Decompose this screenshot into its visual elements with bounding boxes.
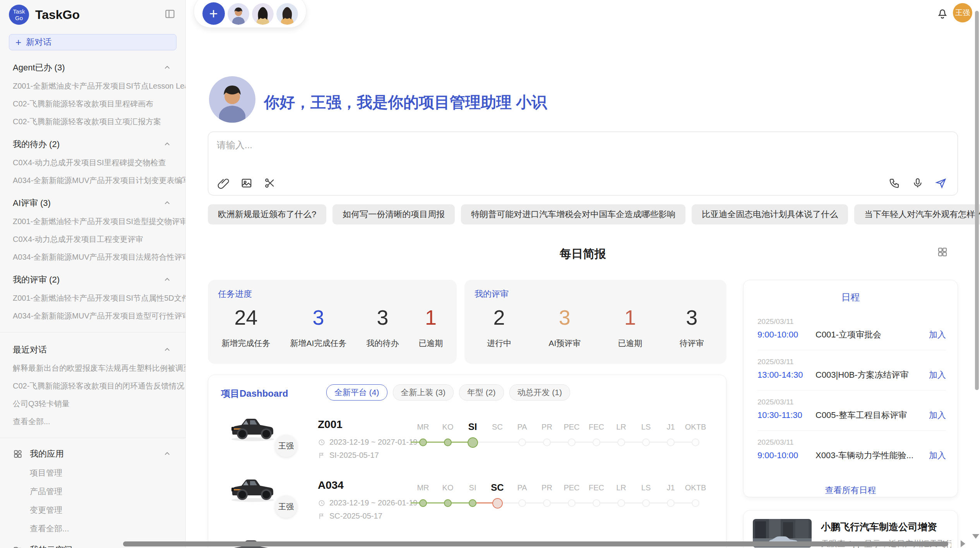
milestone-dot — [568, 499, 576, 507]
send-icon[interactable] — [935, 177, 947, 189]
suggestion-chip[interactable]: 欧洲新规最近颁布了什么? — [208, 204, 326, 224]
join-link[interactable]: 加入 — [929, 369, 946, 381]
chevron-up-icon — [163, 276, 171, 284]
filter-pill[interactable]: 全新上装 (3) — [393, 384, 454, 401]
project-name[interactable]: Z001 — [318, 418, 343, 431]
sidebar-item-product-mgmt[interactable]: 产品管理 — [0, 486, 185, 497]
list-item[interactable]: A034-全新新能源MUV产品开发项目计划变更表编写 — [0, 175, 185, 186]
chevron-up-icon — [163, 140, 171, 149]
sidebar-item-change-mgmt[interactable]: 变更管理 — [0, 505, 185, 515]
avatar[interactable] — [228, 3, 249, 25]
sidebar-item-my-apps[interactable]: 我的应用 — [13, 448, 171, 460]
schedule-date: 2025/03/11 — [757, 317, 946, 326]
schedule-time: 13:00-14:30 — [757, 370, 816, 380]
section-recent-chats[interactable]: 最近对话 — [13, 344, 171, 356]
milestone-labels: MR KO SI SC PA PR PEC FEC LR LS J1 OKTB — [411, 420, 709, 434]
scissors-icon[interactable] — [264, 177, 276, 189]
stat-value: 1 — [425, 307, 437, 328]
join-link[interactable]: 加入 — [929, 450, 946, 461]
mic-icon[interactable] — [912, 177, 923, 189]
milestone-label: LS — [634, 423, 658, 432]
app-logo: Task Go — [9, 5, 29, 25]
milestone-dot — [692, 499, 699, 507]
add-agent-button[interactable]: + — [202, 2, 225, 25]
suggestion-chip[interactable]: 比亚迪全固态电池计划具体说了什么 — [692, 204, 848, 224]
project-car-image — [228, 410, 278, 443]
stat: 1已逾期 — [418, 307, 443, 349]
milestone-dot — [419, 438, 427, 446]
new-chat-label: 新对话 — [26, 36, 51, 48]
milestone-dot — [617, 438, 625, 446]
list-item[interactable]: 解释最新出台的欧盟报废车法规再生塑料比例被调至15%... — [0, 363, 185, 373]
milestone-code: SC-2025-05-17 — [329, 512, 382, 521]
vertical-scrollbar[interactable] — [975, 11, 979, 390]
sidebar-item-project-mgmt[interactable]: 项目管理 — [0, 468, 185, 478]
stat-value: 1 — [624, 307, 636, 328]
section-agent-done[interactable]: Agent已办 (3) — [13, 62, 171, 74]
project-dates: 2023-12-19 ~ 2026-01-19 — [318, 498, 417, 507]
milestone-dot — [642, 438, 650, 446]
chevron-up-icon — [163, 199, 171, 207]
list-item[interactable]: C0X4-动力总成开发项目工程变更评审 — [0, 234, 185, 245]
list-item[interactable]: C0X4-动力总成开发项目SI里程碑提交物检查 — [0, 158, 185, 168]
milestone-dot — [667, 438, 675, 446]
briefing-title: 每日简报 — [208, 246, 958, 262]
app-title: TaskGo — [35, 8, 80, 22]
suggestion-chip[interactable]: 特朗普可能对进口汽车增税会对中国车企造成哪些影响 — [461, 204, 685, 224]
milestone-dot — [444, 499, 452, 507]
filter-pill[interactable]: 全新平台 (4) — [326, 384, 387, 401]
milestone-label: SI — [460, 483, 485, 492]
scroll-down-arrow[interactable] — [972, 534, 979, 539]
agent-switcher: + — [194, 0, 307, 28]
section-my-todo[interactable]: 我的待办 (2) — [13, 139, 171, 150]
list-item[interactable]: A034-全新新能源MUV产品开发项目法规符合性评审 — [0, 252, 185, 262]
logo-text-bottom: Go — [15, 15, 23, 21]
filter-pill[interactable]: 动总开发 (1) — [509, 384, 571, 401]
view-all-chats[interactable]: 查看全部... — [0, 416, 185, 427]
list-item[interactable]: C02-飞腾新能源轻客改款项目立项汇报方案 — [0, 116, 185, 127]
milestone-dot — [469, 499, 476, 507]
phone-icon[interactable] — [889, 177, 900, 189]
schedule-date: 2025/03/11 — [757, 358, 946, 366]
suggestion-chip[interactable]: 如何写一份清晰的项目周报 — [332, 204, 455, 224]
image-icon[interactable] — [241, 177, 252, 189]
filter-pill[interactable]: 年型 (2) — [459, 384, 504, 401]
view-all-apps[interactable]: 查看全部... — [0, 523, 185, 534]
stat: 24新增完成任务 — [222, 307, 271, 349]
scroll-right-arrow[interactable] — [961, 540, 965, 547]
chat-input[interactable] — [216, 138, 875, 170]
attachment-icon[interactable] — [218, 177, 229, 189]
collapse-sidebar-icon[interactable] — [164, 9, 175, 19]
list-item[interactable]: 公司Q3轻卡销量 — [0, 399, 185, 409]
list-item[interactable]: Z001-全新燃油轻卡产品开发项目SI造型提交物评审 — [0, 216, 185, 227]
horizontal-scrollbar[interactable] — [123, 541, 948, 546]
list-item[interactable]: C02-飞腾新能源轻客改款项目里程碑画布 — [0, 99, 185, 109]
flag-icon — [318, 452, 326, 459]
list-item[interactable]: Z001-全新燃油轻卡产品开发项目SI节点属性5D文件评审 — [0, 293, 185, 303]
suggestion-chip[interactable]: 当下年轻人对汽车外观有怎样的喜好趋势 — [854, 204, 980, 224]
avatar[interactable] — [276, 3, 298, 25]
section-my-review[interactable]: 我的评审 (2) — [13, 274, 171, 286]
view-all-schedule-link[interactable]: 查看所有日程 — [744, 485, 958, 496]
user-avatar[interactable]: 王强 — [953, 3, 972, 22]
project-dashboard-card: 项目Dashboard 全新平台 (4) 全新上装 (3) 年型 (2) 动总开… — [208, 375, 726, 548]
list-item[interactable]: A034-全新新能源MUV产品开发项目造型可行性评审 — [0, 311, 185, 321]
stat-label: 已逾期 — [418, 338, 443, 349]
new-chat-button[interactable]: + 新对话 — [9, 34, 176, 50]
project-name[interactable]: A034 — [318, 479, 344, 491]
plus-icon: + — [15, 37, 21, 47]
list-item[interactable]: Z001-全新燃油皮卡产品开发项目SI节点Lesson Learn报告 — [0, 81, 185, 91]
layout-grid-icon[interactable] — [937, 246, 948, 258]
join-link[interactable]: 加入 — [929, 329, 946, 341]
section-ai-review[interactable]: AI评审 (3) — [13, 197, 171, 209]
project-row: 王强 A034 2023-12-19 ~ 2026-01-19 SC-2025-… — [208, 467, 726, 527]
milestone-code: SI-2025-05-17 — [329, 451, 379, 460]
join-link[interactable]: 加入 — [929, 409, 946, 421]
milestone-dot — [518, 438, 526, 446]
dashboard-title: 项目Dashboard — [221, 387, 288, 400]
schedule-item: 2025/03/11 10:30-11:30 C005-整车工程目标评审 加入 — [757, 398, 946, 431]
notification-bell-icon[interactable] — [936, 7, 949, 20]
avatar[interactable] — [252, 3, 274, 25]
sidebar: Task Go TaskGo + 新对话 Agent已办 (3) Z001-全新… — [0, 0, 186, 548]
list-item[interactable]: C02-飞腾新能源轻客改款项目的闭环通告反馈情况 — [0, 381, 185, 391]
